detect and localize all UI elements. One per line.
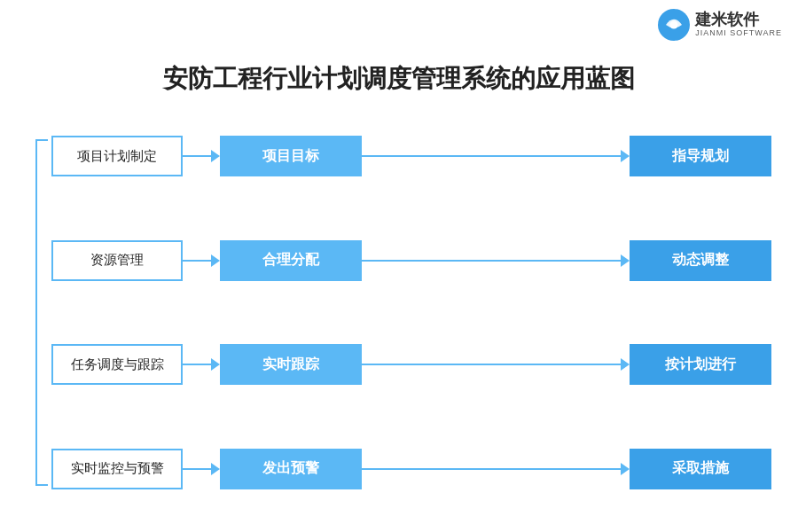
mid-box: 项目目标 bbox=[220, 136, 362, 176]
main-title: 安防工程行业计划调度管理系统的应用蓝图 bbox=[0, 62, 798, 96]
arrow-1 bbox=[183, 358, 220, 371]
arrow-line-1 bbox=[183, 468, 211, 470]
arrow-head-1 bbox=[211, 254, 220, 267]
arrow-2 bbox=[362, 358, 630, 371]
arrow-line-2 bbox=[362, 468, 621, 470]
left-box: 项目计划制定 bbox=[51, 136, 183, 176]
arrow-head-2 bbox=[621, 358, 630, 371]
mid-box: 发出预警 bbox=[220, 449, 362, 489]
left-box: 资源管理 bbox=[51, 240, 183, 281]
arrow-head-1 bbox=[211, 150, 220, 162]
left-box: 实时监控与预警 bbox=[51, 449, 183, 489]
arrow-1 bbox=[183, 150, 220, 162]
arrow-line-1 bbox=[183, 364, 211, 365]
arrow-head-2 bbox=[621, 150, 630, 162]
arrow-2 bbox=[362, 463, 630, 475]
arrow-head-1 bbox=[211, 358, 220, 371]
logo-icon bbox=[658, 9, 690, 41]
arrow-2 bbox=[362, 150, 630, 162]
diagram: 项目计划制定 项目目标 指导规划 资源管理 合理分配 动态调整 bbox=[27, 129, 771, 497]
right-box: 采取措施 bbox=[630, 449, 771, 489]
left-box: 任务调度与跟踪 bbox=[51, 344, 183, 385]
logo-cn: 建米软件 bbox=[695, 12, 782, 29]
arrow-head-1 bbox=[211, 463, 220, 475]
arrow-line-2 bbox=[362, 364, 621, 365]
arrow-line-1 bbox=[183, 260, 211, 262]
mid-box: 实时跟踪 bbox=[220, 344, 362, 385]
arrow-head-2 bbox=[621, 254, 630, 267]
diagram-row: 任务调度与跟踪 实时跟踪 按计划进行 bbox=[51, 340, 771, 388]
arrow-1 bbox=[183, 254, 220, 267]
right-box: 指导规划 bbox=[630, 136, 771, 176]
logo-area: 建米软件 JIANMI SOFTWARE bbox=[658, 9, 782, 41]
right-box: 动态调整 bbox=[630, 240, 771, 281]
arrow-head-2 bbox=[621, 463, 630, 475]
diagram-row: 实时监控与预警 发出预警 采取措施 bbox=[51, 445, 771, 493]
arrow-line-1 bbox=[183, 155, 211, 157]
logo-en: JIANMI SOFTWARE bbox=[695, 29, 782, 38]
logo-text-block: 建米软件 JIANMI SOFTWARE bbox=[695, 12, 782, 38]
arrow-2 bbox=[362, 254, 630, 267]
rows-container: 项目计划制定 项目目标 指导规划 资源管理 合理分配 动态调整 bbox=[51, 129, 771, 497]
right-box: 按计划进行 bbox=[630, 344, 771, 385]
mid-box: 合理分配 bbox=[220, 240, 362, 281]
arrow-1 bbox=[183, 463, 220, 475]
bracket-line bbox=[35, 139, 48, 486]
diagram-row: 项目计划制定 项目目标 指导规划 bbox=[51, 132, 771, 180]
arrow-line-2 bbox=[362, 155, 621, 157]
diagram-row: 资源管理 合理分配 动态调整 bbox=[51, 237, 771, 285]
arrow-line-2 bbox=[362, 260, 621, 262]
svg-point-1 bbox=[670, 21, 678, 29]
